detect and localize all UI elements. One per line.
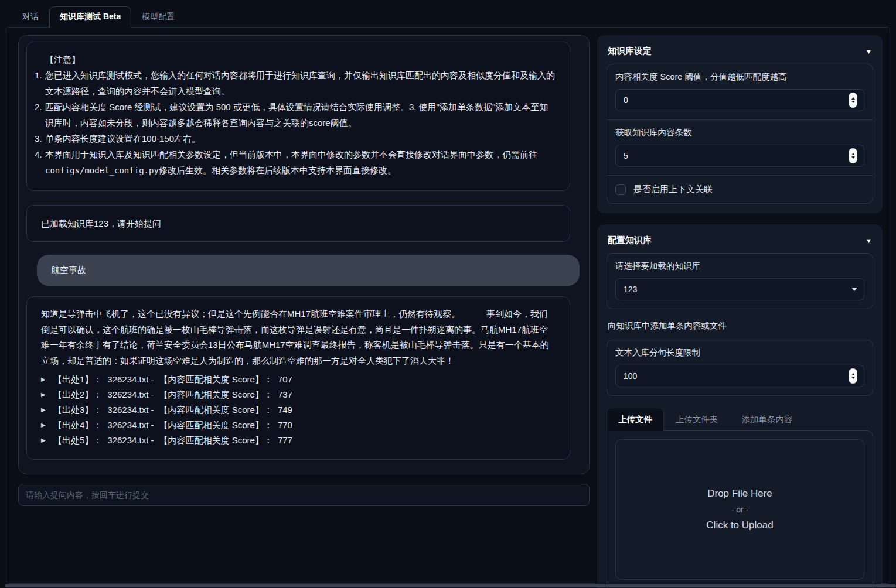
source-list: ▶ 【出处1】： 326234.txt - 【内容匹配相关度 Score】： 7… (41, 371, 556, 447)
source-label: 【出处1】： (53, 371, 102, 387)
source-row-4[interactable]: ▶ 【出处4】： 326234.txt - 【内容匹配相关度 Score】： 7… (41, 417, 556, 432)
source-file: 326234.txt - (107, 432, 154, 448)
kb-select-value: 123 (624, 285, 637, 294)
notice-item-text: 匹配内容相关度 Score 经测试，建议设置为 500 或更低，具体设置情况请结… (45, 99, 555, 131)
sentence-limit-form: 文本入库分句长度限制 100 (607, 340, 873, 396)
expand-arrow-icon: ▶ (41, 417, 48, 433)
source-score-label: 【内容匹配相关度 Score】： (159, 387, 272, 402)
source-row-3[interactable]: ▶ 【出处3】： 326234.txt - 【内容匹配相关度 Score】： 7… (41, 402, 556, 417)
notice-title: 【注意】 (45, 52, 555, 67)
source-label: 【出处5】： (53, 432, 102, 448)
context-link-checkbox-row[interactable]: 是否启用上下文关联 (607, 175, 873, 203)
question-input[interactable] (18, 484, 590, 506)
topk-label: 获取知识库内容条数 (615, 127, 864, 138)
topk-field: 获取知识库内容条数 5 (607, 119, 873, 175)
notice-item: 2. 匹配内容相关度 Score 经测试，建议设置为 500 或更低，具体设置情… (35, 99, 555, 131)
kb-select-label: 请选择要加载的知识库 (615, 261, 864, 272)
sentence-limit-value: 100 (624, 371, 637, 381)
kb-select-field: 请选择要加载的知识库 123 (607, 254, 873, 309)
dropzone-line2: - or - (731, 505, 749, 514)
sentence-limit-field: 文本入库分句长度限制 100 (607, 340, 873, 395)
kb-settings-accordion: 知识库设定 ▼ 内容相关度 Score 阈值，分值越低匹配度越高 0 获取知识库… (597, 35, 883, 213)
source-file: 326234.txt - (107, 387, 154, 402)
score-threshold-field: 内容相关度 Score 阈值，分值越低匹配度越高 0 (607, 64, 873, 119)
add-content-label: 向知识库中添加单条内容或文件 (608, 320, 872, 331)
tab-content-container: 【注意】 1. 您已进入知识库测试模式，您输入的任何对话内容都将用于进行知识库查… (6, 27, 890, 584)
score-threshold-input[interactable]: 0 (615, 89, 864, 111)
source-score-label: 【内容匹配相关度 Score】： (159, 417, 272, 433)
config-file-path: configs/model_config.py (45, 166, 159, 175)
expand-arrow-icon: ▶ (41, 402, 48, 418)
horizontal-scrollbar[interactable] (5, 584, 896, 587)
kb-settings-accordion-header[interactable]: 知识库设定 ▼ (607, 40, 873, 64)
tab-model-config[interactable]: 模型配置 (131, 6, 185, 28)
source-score: 777 (278, 432, 292, 448)
kb-config-accordion: 配置知识库 ▼ 请选择要加载的知识库 123 向知识库中添加单条内容或文件 文本… (597, 224, 883, 588)
user-message-text: 航空事故 (51, 265, 86, 275)
response-paragraph: 知道是导弹击中飞机了，这个已没有异议；但是这个先例能否在MH17航班空难案件审理… (41, 306, 556, 368)
upload-tab-content: Drop File Here - or - Click to Upload 上传… (607, 430, 873, 588)
kb-settings-form: 内容相关度 Score 阈值，分值越低匹配度越高 0 获取知识库内容条数 5 (607, 64, 873, 204)
dropzone-line3: Click to Upload (706, 519, 773, 531)
top-tab-bar: 对话 知识库测试 Beta 模型配置 (0, 0, 896, 27)
source-file: 326234.txt - (107, 371, 154, 387)
notice-item-text: 您已进入知识库测试模式，您输入的任何对话内容都将用于进行知识库查询，并仅输出知识… (45, 67, 555, 99)
source-score: 770 (278, 417, 292, 433)
topk-value: 5 (624, 151, 628, 160)
user-message: 航空事故 (37, 255, 580, 286)
tab-chat[interactable]: 对话 (12, 6, 49, 28)
spinner-updown-icon[interactable] (849, 368, 857, 384)
spinner-updown-icon[interactable] (849, 148, 857, 163)
dropzone-line1: Drop File Here (707, 488, 772, 500)
source-label: 【出处3】： (53, 402, 102, 418)
kb-settings-title: 知识库设定 (608, 46, 652, 57)
chat-column: 【注意】 1. 您已进入知识库测试模式，您输入的任何对话内容都将用于进行知识库查… (18, 35, 590, 575)
sentence-limit-label: 文本入库分句长度限制 (615, 347, 864, 358)
notice-item: 4. 本界面用于知识入库及知识匹配相关参数设定，但当前版本中，本界面中修改的参数… (35, 146, 555, 179)
notice-item-marker: 2. (35, 99, 45, 131)
source-file: 326234.txt - (107, 417, 154, 433)
source-score: 737 (278, 387, 292, 402)
source-score-label: 【内容匹配相关度 Score】： (159, 371, 272, 387)
source-score: 749 (278, 402, 292, 418)
notice-item-text: 单条内容长度建议设置在100-150左右。 (45, 131, 555, 146)
source-label: 【出处2】： (53, 387, 102, 402)
score-threshold-value: 0 (624, 95, 628, 105)
source-file: 326234.txt - (107, 402, 154, 418)
source-row-2[interactable]: ▶ 【出处2】： 326234.txt - 【内容匹配相关度 Score】： 7… (41, 387, 556, 402)
source-row-1[interactable]: ▶ 【出处1】： 326234.txt - 【内容匹配相关度 Score】： 7… (41, 371, 556, 387)
source-score-label: 【内容匹配相关度 Score】： (159, 402, 272, 418)
score-threshold-label: 内容相关度 Score 阈值，分值越低匹配度越高 (615, 71, 864, 83)
file-dropzone[interactable]: Drop File Here - or - Click to Upload (615, 439, 864, 580)
notice-item-text-pre: 本界面用于知识入库及知识匹配相关参数设定，但当前版本中，本界面中修改的参数并不会… (45, 149, 537, 159)
context-link-label: 是否启用上下文关联 (633, 184, 713, 195)
notice-item: 3. 单条内容长度建议设置在100-150左右。 (35, 131, 555, 146)
topk-input[interactable]: 5 (615, 145, 864, 167)
spinner-updown-icon[interactable] (849, 93, 857, 108)
notice-item-marker: 3. (35, 131, 45, 146)
kb-select-form: 请选择要加载的知识库 123 (607, 253, 873, 309)
notice-item: 1. 您已进入知识库测试模式，您输入的任何对话内容都将用于进行知识库查询，并仅输… (35, 67, 555, 99)
notice-item-text: 本界面用于知识入库及知识匹配相关参数设定，但当前版本中，本界面中修改的参数并不会… (45, 146, 555, 179)
source-score-label: 【内容匹配相关度 Score】： (159, 432, 272, 448)
upload-tab-bar: 上传文件 上传文件夹 添加单条内容 (607, 408, 873, 430)
source-row-5[interactable]: ▶ 【出处5】： 326234.txt - 【内容匹配相关度 Score】： 7… (41, 432, 556, 447)
bot-message-text: 已加载知识库123，请开始提问 (41, 218, 161, 228)
tab-upload-folder[interactable]: 上传文件夹 (664, 408, 730, 431)
checkbox-icon[interactable] (615, 184, 626, 195)
collapse-arrow-icon: ▼ (866, 237, 872, 244)
kb-select-dropdown[interactable]: 123 (615, 278, 864, 300)
tab-add-single-content[interactable]: 添加单条内容 (730, 408, 805, 431)
kb-config-accordion-header[interactable]: 配置知识库 ▼ (607, 229, 873, 253)
tab-upload-file[interactable]: 上传文件 (607, 408, 664, 431)
expand-arrow-icon: ▶ (41, 371, 48, 387)
notice-item-marker: 1. (35, 67, 45, 99)
tab-knowledge-test[interactable]: 知识库测试 Beta (49, 6, 131, 28)
notice-message: 【注意】 1. 您已进入知识库测试模式，您输入的任何对话内容都将用于进行知识库查… (26, 42, 570, 191)
sentence-limit-input[interactable]: 100 (615, 365, 864, 387)
notice-item-marker: 4. (35, 146, 45, 179)
kb-config-title: 配置知识库 (608, 235, 652, 246)
collapse-arrow-icon: ▼ (866, 48, 872, 55)
settings-column: 知识库设定 ▼ 内容相关度 Score 阈值，分值越低匹配度越高 0 获取知识库… (597, 35, 883, 575)
expand-arrow-icon: ▶ (41, 387, 48, 402)
